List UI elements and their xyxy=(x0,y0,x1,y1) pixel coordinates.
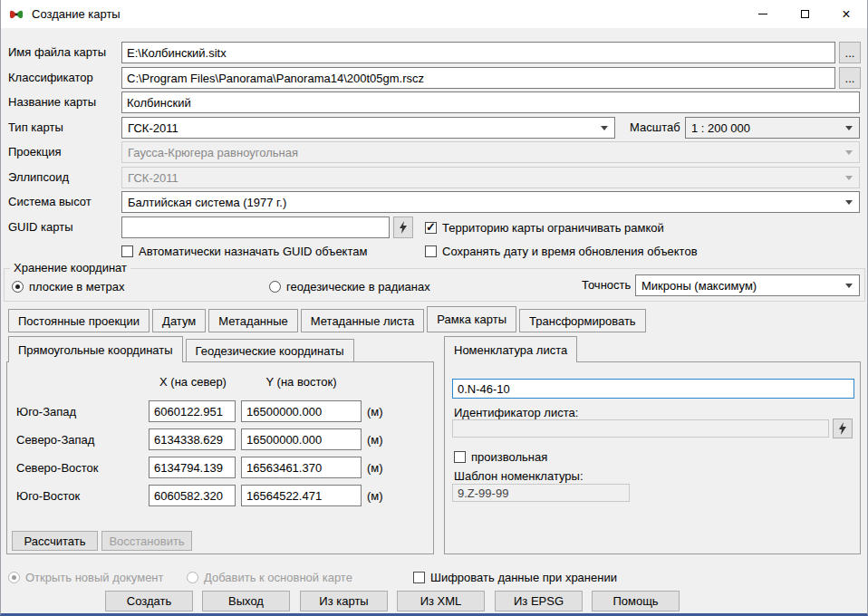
close-button[interactable]: × xyxy=(825,0,867,28)
minimize-button[interactable] xyxy=(742,0,784,28)
from-xml-button[interactable]: Из XML xyxy=(397,591,485,611)
exit-button[interactable]: Выход xyxy=(202,591,290,611)
tab-sheet-metadata[interactable]: Метаданные листа xyxy=(301,309,425,332)
window-controls: × xyxy=(742,0,867,28)
nomenclature-panel: Идентификатор листа: произвольная Шаблон… xyxy=(444,361,861,554)
geodesic-radians-radio-dot xyxy=(269,281,281,293)
arbitrary-checkbox[interactable]: произвольная xyxy=(454,449,547,464)
encrypt-checkbox[interactable]: Шифровать данные при хранении xyxy=(413,570,617,584)
guid-input[interactable] xyxy=(121,217,390,238)
sw-label: Юго-Запад xyxy=(16,405,76,419)
geodesic-radians-radio-label: геодезические в радианах xyxy=(286,280,430,294)
flat-meters-radio[interactable]: плоские в метрах xyxy=(12,279,124,294)
flat-meters-radio-label: плоские в метрах xyxy=(29,280,124,294)
sheet-id-input xyxy=(452,419,829,438)
nw-x-input[interactable] xyxy=(149,428,236,450)
projection-combo: Гаусса-Крюгера равноугольная xyxy=(121,141,860,163)
add-to-main-map-radio-label: Добавить к основной карте xyxy=(204,571,352,584)
precision-combo[interactable]: Микроны (максимум) xyxy=(635,274,860,296)
lightning-icon xyxy=(838,422,847,435)
nomenclature-input[interactable] xyxy=(452,379,854,399)
frame-checkbox[interactable]: Территорию карты ограничивать рамкой xyxy=(425,220,664,235)
projection-value: Гаусса-Крюгера равноугольная xyxy=(128,146,298,159)
main-tabs: Постоянные проекции Датум Метаданные Мет… xyxy=(8,306,646,332)
classifier-browse-button[interactable]: ... xyxy=(839,67,861,89)
tab-sheet-nomenclature[interactable]: Номенклатура листа xyxy=(444,336,577,362)
map-name-input[interactable] xyxy=(121,91,860,113)
flat-meters-radio-dot xyxy=(12,281,24,293)
arbitrary-checkbox-box xyxy=(454,451,466,463)
file-browse-button[interactable]: ... xyxy=(839,42,861,63)
save-datetime-checkbox-box xyxy=(425,245,437,257)
add-to-main-map-radio: Добавить к основной карте xyxy=(187,570,352,584)
coordinate-storage-legend: Хранение координат xyxy=(10,261,130,274)
maximize-button[interactable] xyxy=(784,0,825,28)
classifier-label: Классификатор xyxy=(8,67,93,89)
minimize-icon xyxy=(758,14,767,14)
arbitrary-checkbox-label: произвольная xyxy=(471,450,547,464)
se-x-input[interactable] xyxy=(149,485,236,506)
ellipsoid-value: ГСК-2011 xyxy=(128,171,178,185)
lightning-icon xyxy=(399,221,408,234)
restore-button: Восстановить xyxy=(101,531,192,551)
maximize-icon xyxy=(801,10,809,18)
calculate-button[interactable]: Рассчитать xyxy=(12,531,98,551)
template-input xyxy=(452,484,630,502)
ne-x-input[interactable] xyxy=(149,457,236,478)
tab-datum[interactable]: Датум xyxy=(152,309,206,332)
x-column-header: X (на север) xyxy=(143,375,243,389)
precision-value: Микроны (максимум) xyxy=(641,279,757,293)
auto-guid-checkbox[interactable]: Автоматически назначать GUID объектам xyxy=(121,244,367,258)
se-y-input[interactable] xyxy=(241,485,362,506)
subtab-rect-coords[interactable]: Прямоугольные координаты xyxy=(8,336,183,362)
generate-sheet-id-button[interactable] xyxy=(833,419,853,438)
sw-unit: (м) xyxy=(367,405,383,419)
ne-label: Северо-Восток xyxy=(16,461,99,475)
geodesic-radians-radio[interactable]: геодезические в радианах xyxy=(269,279,430,294)
ellipsoid-label: Эллипсоид xyxy=(8,167,69,188)
coordinate-subtabs: Прямоугольные координаты Геодезические к… xyxy=(8,336,354,362)
projection-label: Проекция xyxy=(8,141,61,163)
create-button[interactable]: Создать xyxy=(105,591,193,611)
sw-y-input[interactable] xyxy=(241,400,362,422)
ellipsoid-combo: ГСК-2011 xyxy=(121,167,860,188)
sw-x-input[interactable] xyxy=(149,400,236,422)
map-type-combo[interactable]: ГСК-2011 xyxy=(121,117,615,139)
y-column-header: Y (на восток) xyxy=(241,375,362,389)
nw-y-input[interactable] xyxy=(241,428,362,450)
generate-guid-button[interactable] xyxy=(393,217,413,238)
sheet-id-label: Идентификатор листа: xyxy=(454,406,578,419)
subtab-geo-coords[interactable]: Геодезические координаты xyxy=(186,339,354,362)
height-system-combo[interactable]: Балтийская система (1977 г.) xyxy=(121,191,860,213)
encrypt-checkbox-label: Шифровать данные при хранении xyxy=(430,571,617,584)
tab-metadata[interactable]: Метаданные xyxy=(208,309,298,332)
window-title: Создание карты xyxy=(32,7,121,21)
file-name-input[interactable] xyxy=(121,42,835,63)
add-to-main-map-radio-dot xyxy=(187,572,198,583)
map-type-value: ГСК-2011 xyxy=(128,121,178,135)
tab-map-frame[interactable]: Рамка карты xyxy=(427,306,516,332)
nw-label: Северо-Запад xyxy=(16,433,94,447)
save-datetime-checkbox-label: Сохранять дату и время обновления объект… xyxy=(442,245,698,258)
titlebar: Создание карты × xyxy=(1,0,867,28)
scale-value: 1 : 200 000 xyxy=(691,121,750,135)
open-new-document-radio-label: Открыть новый документ xyxy=(25,571,164,584)
from-map-button[interactable]: Из карты xyxy=(300,591,388,611)
help-button[interactable]: Помощь xyxy=(592,591,680,611)
se-label: Юго-Восток xyxy=(16,489,80,503)
from-epsg-button[interactable]: Из EPSG xyxy=(495,591,583,611)
classifier-input[interactable] xyxy=(121,67,835,89)
encrypt-checkbox-box xyxy=(413,572,425,583)
open-new-document-radio-dot xyxy=(8,572,20,583)
save-datetime-checkbox[interactable]: Сохранять дату и время обновления объект… xyxy=(425,244,698,258)
tab-transform[interactable]: Трансформировать xyxy=(519,309,646,332)
open-new-document-radio: Открыть новый документ xyxy=(8,570,164,584)
tab-permanent-projections[interactable]: Постоянные проекции xyxy=(8,309,149,332)
frame-checkbox-label: Территорию карты ограничивать рамкой xyxy=(442,221,664,235)
map-name-label: Название карты xyxy=(8,91,96,113)
close-icon: × xyxy=(842,7,850,22)
height-system-label: Система высот xyxy=(8,191,92,213)
auto-guid-checkbox-label: Автоматически назначать GUID объектам xyxy=(139,245,367,258)
ne-y-input[interactable] xyxy=(241,457,362,478)
scale-combo[interactable]: 1 : 200 000 xyxy=(685,117,860,139)
